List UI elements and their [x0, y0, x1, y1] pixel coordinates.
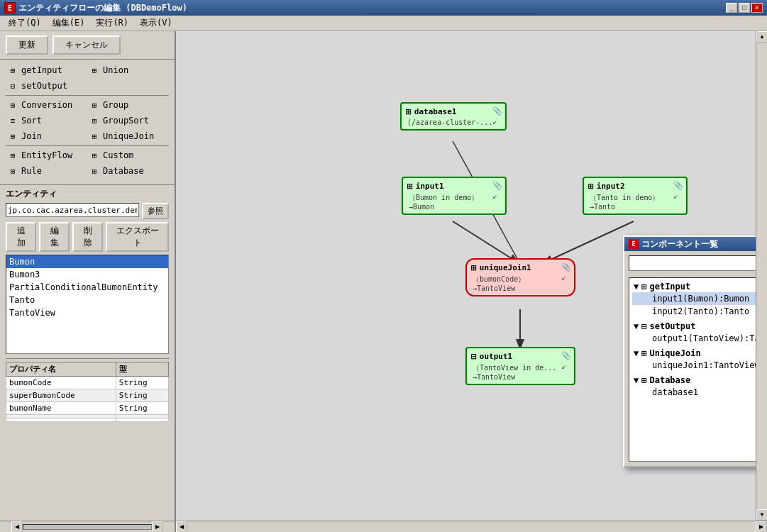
node-input2-body: （Tanto in demo）→Tanto [588, 193, 682, 211]
database1-icon: ⊞ [406, 106, 412, 117]
dialog-tree[interactable]: ▼ ⊞ getInput input1(Bumon):Bumon input2(… [629, 277, 756, 462]
node-uniquejoin1-body: （bumonCode）→TantoView [471, 275, 570, 292]
input2-icon: ⊞ [588, 181, 594, 192]
window-controls[interactable]: _ □ ✕ [726, 3, 763, 13]
component-list-dialog[interactable]: E コンポーネント一覧 ✕ 検索 ▼ [623, 235, 756, 467]
prop-type-header: 型 [116, 362, 168, 377]
node-input2[interactable]: ⊞ input2 （Tanto in demo）→Tanto 📎 ↙ [583, 177, 688, 215]
menu-view[interactable]: 表示(V) [134, 16, 178, 31]
canvas-scroll-right-btn[interactable]: ▶ [756, 521, 767, 533]
prop-row-bumonname: bumonName String [6, 402, 169, 415]
node-in1-icon1: 📎 [492, 181, 502, 190]
canvas-h-scroll[interactable]: ◀ ▶ [176, 521, 767, 532]
svg-line-1 [541, 221, 634, 264]
add-button[interactable]: 追加 [6, 222, 36, 252]
tree-child-uniquejoin1[interactable]: uniqueJoin1:TantoView [632, 359, 756, 372]
comp-union-label: Union [103, 65, 128, 75]
prop-row-empty2 [6, 419, 169, 422]
canvas-right: ⊞ database1 (/azarea-cluster-... 📎 ↙ ⊞ [176, 31, 767, 532]
node-output1[interactable]: ⊟ output1 （TantoView in de...→TantoView … [465, 347, 575, 385]
scroll-left-btn[interactable]: ◀ [11, 521, 23, 533]
comp-groupsort-label: GroupSort [103, 116, 149, 126]
window-title: エンティティフローの編集 (DBDemoFlow) [18, 2, 187, 14]
comp-union[interactable]: ⊞ Union [87, 64, 169, 77]
tree-group-setoutput-label[interactable]: ▼ ⊟ setOutput [632, 321, 756, 332]
node-uniquejoin1[interactable]: ⊞ uniqueJoin1 （bumonCode）→TantoView 📎 ↙ [465, 258, 575, 297]
canvas-area[interactable]: ⊞ database1 (/azarea-cluster-... 📎 ↙ ⊞ [176, 31, 756, 521]
node-input1-title: ⊞ input1 [407, 181, 501, 192]
comp-getinput-label: getInput [21, 65, 62, 75]
output1-icon: ⊟ [471, 351, 477, 362]
export-button[interactable]: エクスポート [106, 222, 169, 252]
comp-groupsort[interactable]: ⊞ GroupSort [87, 114, 169, 127]
comp-row-7: ⊞ Rule ⊞ Database [6, 165, 169, 177]
cancel-button[interactable]: キャンセル [53, 35, 121, 55]
comp-custom[interactable]: ⊞ Custom [87, 149, 169, 162]
comp-rule[interactable]: ⊞ Rule [6, 165, 87, 177]
comp-join[interactable]: ⊞ Join [6, 130, 87, 143]
tree-group-setoutput: ▼ ⊟ setOutput output1(TantoView):TantoVi… [632, 321, 756, 345]
comp-database[interactable]: ⊞ Database [87, 165, 169, 177]
left-h-scroll[interactable]: ◀ ▶ [0, 521, 175, 532]
database-tree-icon: ⊞ [641, 375, 646, 385]
tree-group-database-label[interactable]: ▼ ⊞ Database [632, 375, 756, 386]
tree-child-input1bumon[interactable]: input1(Bumon):Bumon [632, 292, 756, 305]
ref-button[interactable]: 参照 [142, 203, 169, 219]
dialog-search-row: 検索 [629, 255, 756, 273]
close-button[interactable]: ✕ [751, 3, 763, 13]
node-input1[interactable]: ⊞ input1 （Bumon in demo）→Bumon 📎 ↙ [402, 177, 507, 215]
entity-list[interactable]: Bumon Bumon3 PartialConditionalBumonEnti… [6, 255, 169, 354]
comp-setoutput[interactable]: ⊟ setOutput [6, 79, 87, 92]
entity-list-item-tantoview[interactable]: TantoView [6, 306, 168, 319]
menu-run[interactable]: 実行(R) [90, 16, 134, 31]
menu-edit[interactable]: 編集(E) [47, 16, 91, 31]
entity-list-item-partial[interactable]: PartialConditionalBumonEntity [6, 281, 168, 294]
menu-quit[interactable]: 終了(Q) [3, 16, 47, 31]
maximize-button[interactable]: □ [739, 3, 750, 13]
entity-list-item-bumon3[interactable]: Bumon3 [6, 268, 168, 281]
tree-collapse-database: ▼ [634, 375, 639, 385]
scroll-up-btn[interactable]: ▲ [756, 31, 767, 43]
comp-group[interactable]: ⊞ Group [87, 99, 169, 111]
minimize-button[interactable]: _ [726, 3, 737, 13]
entity-list-item-bumon[interactable]: Bumon [6, 255, 168, 268]
node-database1-body: (/azarea-cluster-... [406, 118, 501, 126]
entity-list-item-tanto[interactable]: Tanto [6, 294, 168, 306]
comp-conversion[interactable]: ⊞ Conversion [6, 99, 87, 111]
input1-icon: ⊞ [407, 181, 413, 192]
tree-child-database1[interactable]: database1 [632, 386, 756, 399]
action-row: 追加 編集 削除 エクスポート [6, 222, 169, 252]
update-button[interactable]: 更新 [6, 35, 48, 55]
canvas-v-scroll[interactable]: ▲ ▼ [756, 31, 767, 521]
prop-type-bumonname: String [116, 402, 168, 415]
comp-uniquejoin[interactable]: ⊞ UniqueJoin [87, 130, 169, 143]
entity-input[interactable] [6, 203, 139, 217]
node-uj1-icon1: 📎 [561, 262, 571, 272]
comp-row-2: ⊟ setOutput [6, 79, 169, 92]
scroll-right-btn[interactable]: ▶ [152, 521, 163, 533]
tree-collapse-setoutput: ▼ [634, 321, 639, 331]
edit-button[interactable]: 編集 [39, 222, 70, 252]
comp-entityflow-label: EntityFlow [21, 150, 72, 160]
dialog-title: コンポーネント一覧 [641, 238, 718, 250]
comp-sort[interactable]: ≡ Sort [6, 114, 87, 127]
tree-child-input2tanto[interactable]: input2(Tanto):Tanto [632, 305, 756, 318]
scroll-down-btn[interactable]: ▼ [756, 509, 767, 521]
tree-group-getinput-label[interactable]: ▼ ⊞ getInput [632, 281, 756, 292]
prop-type-superbumoncode: String [116, 389, 168, 402]
delete-button[interactable]: 削除 [72, 222, 103, 252]
rule-icon: ⊞ [7, 165, 18, 177]
tree-group-uniquejoin-label[interactable]: ▼ ⊞ UniqueJoin [632, 348, 756, 359]
tree-child-output1[interactable]: output1(TantoView):TantoView [632, 332, 756, 345]
node-db1-icon2: ↙ [492, 117, 502, 126]
node-database1[interactable]: ⊞ database1 (/azarea-cluster-... 📎 ↙ [400, 102, 507, 131]
node-uniquejoin1-title: ⊞ uniqueJoin1 [471, 262, 570, 273]
comp-row-5: ⊞ Join ⊞ UniqueJoin [6, 130, 169, 143]
node-db1-icon1: 📎 [492, 106, 502, 116]
dialog-search-input[interactable] [629, 255, 756, 271]
join-icon: ⊞ [7, 131, 18, 142]
canvas-scroll-left-btn[interactable]: ◀ [176, 521, 187, 533]
comp-getinput[interactable]: ⊞ getInput [6, 64, 87, 77]
app-icon: E [4, 2, 16, 13]
comp-entityflow[interactable]: ⊞ EntityFlow [6, 149, 87, 162]
